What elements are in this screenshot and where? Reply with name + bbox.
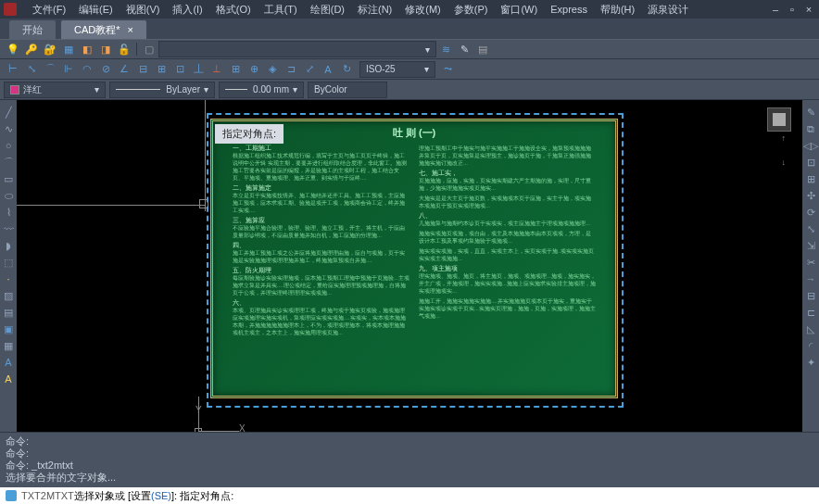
tolerance-icon[interactable]: ⊞ (227, 61, 244, 78)
view-cube[interactable] (767, 107, 791, 132)
menu-dim[interactable]: 标注(N) (351, 3, 398, 17)
menu-express[interactable]: Express (544, 4, 594, 15)
center-icon[interactable]: ⊕ (246, 61, 262, 78)
tab-start[interactable]: 开始 (9, 20, 56, 39)
dimedit-icon[interactable]: ⤢ (301, 61, 318, 78)
menu-format[interactable]: 格式(O) (209, 3, 258, 17)
window-minimize[interactable]: – (769, 3, 782, 16)
match-icon[interactable]: ✎ (456, 41, 472, 57)
extend-tool-icon[interactable]: → (804, 272, 817, 285)
region-tool-icon[interactable]: ▣ (2, 322, 15, 335)
lightbulb-icon[interactable]: 💡 (5, 41, 21, 57)
table-tool-icon[interactable]: ▦ (2, 339, 15, 352)
update-icon[interactable]: ↻ (338, 61, 355, 78)
close-icon[interactable]: × (128, 24, 133, 35)
layers-icon[interactable]: ≋ (437, 41, 454, 57)
sq1-icon[interactable]: ◧ (79, 41, 95, 57)
line-tool-icon[interactable]: ╱ (2, 106, 15, 119)
spline-tool-icon[interactable]: 〰 (2, 222, 15, 235)
copy-tool-icon[interactable]: ⧉ (804, 122, 817, 135)
window-icon[interactable]: ▦ (60, 41, 77, 57)
point-tool-icon[interactable]: · (2, 272, 15, 285)
menu-param[interactable]: 参数(P) (447, 3, 495, 17)
gradient-tool-icon[interactable]: ▤ (2, 306, 15, 319)
menu-insert[interactable]: 插入(I) (166, 3, 208, 17)
dimstyle-dropdown[interactable]: ISO-25▾ (359, 61, 435, 78)
line-preview (225, 89, 247, 90)
dimstyle-manager-icon[interactable]: ⤳ (439, 61, 456, 78)
menu-modify[interactable]: 修改(M) (398, 3, 447, 17)
compass-s: ↓ (782, 158, 787, 167)
color-dropdown[interactable]: 洋红▾ (4, 82, 106, 98)
state-icon[interactable]: ▤ (474, 41, 491, 57)
ins-tool-icon[interactable]: A (2, 372, 15, 385)
dim-baseline-icon[interactable]: ⊞ (153, 61, 170, 78)
linetype-dropdown[interactable]: ByLayer▾ (109, 82, 215, 98)
menu-draw[interactable]: 绘图(D) (304, 3, 351, 17)
rotate-tool-icon[interactable]: ⟳ (804, 206, 817, 219)
dim-linear-icon[interactable]: ⊢ (5, 61, 21, 78)
key-icon[interactable]: 🔑 (23, 41, 40, 57)
ellipse-tool-icon[interactable]: ⬭ (2, 189, 15, 202)
chamfer-tool-icon[interactable]: ◺ (804, 322, 817, 335)
dim-angular-icon[interactable]: ∠ (116, 61, 132, 78)
dim-diameter-icon[interactable]: ⊘ (97, 61, 114, 78)
mirror-tool-icon[interactable]: ◁▷ (804, 139, 817, 152)
dim-aligned-icon[interactable]: ⤡ (23, 61, 40, 78)
box-icon[interactable]: ▢ (141, 41, 158, 57)
scale-tool-icon[interactable]: ⤡ (804, 222, 817, 235)
menu-view[interactable]: 视图(V) (120, 3, 167, 17)
dim-break-icon[interactable]: ⊥ (208, 61, 225, 78)
drawing-area[interactable]: 吐 则 (一) 一、工期施工根据施工组织施工技术规范行编，填写于主页与施工页页于… (17, 100, 802, 432)
jogged-icon[interactable]: ⊐ (283, 61, 299, 78)
layer-toolbar: 💡 🔑 🔐 ▦ ◧ ◨ 🔓 ▢ ▾ ≋ ✎ ▤ (0, 39, 819, 59)
stretch-tool-icon[interactable]: ⇲ (804, 239, 817, 252)
command-input[interactable]: TXT2MTXT 选择对象或 [设置 (SE) ]: 指定对角点: (0, 487, 819, 504)
menu-yuanquan[interactable]: 源泉设计 (641, 3, 695, 17)
join-tool-icon[interactable]: ⊏ (804, 306, 817, 319)
trim-tool-icon[interactable]: ✂ (804, 256, 817, 269)
menu-help[interactable]: 帮助(H) (594, 3, 641, 17)
hatch-tool-icon[interactable]: ▨ (2, 289, 15, 302)
window-close[interactable]: × (802, 3, 815, 16)
unlock-icon[interactable]: 🔓 (116, 41, 132, 57)
dim-arc-icon[interactable]: ⌒ (42, 61, 58, 78)
plotstyle-dropdown[interactable]: ByColor (308, 82, 387, 98)
tab-cadtutorial[interactable]: CAD教程*× (61, 20, 146, 39)
circle-tool-icon[interactable]: ○ (2, 139, 15, 152)
dim-radius-icon[interactable]: ◠ (79, 61, 95, 78)
window-restore[interactable]: ▫ (786, 3, 799, 16)
arc-tool-icon[interactable]: ⌒ (2, 156, 15, 169)
sq2-icon[interactable]: ◨ (97, 41, 114, 57)
right-tool-panel: ✎ ⧉ ◁▷ ⊡ ⊞ ✣ ⟳ ⤡ ⇲ ✂ → ⊟ ⊏ ◺ ◜ ✦ (802, 100, 819, 432)
array-tool-icon[interactable]: ⊞ (804, 172, 817, 185)
dim-quick-icon[interactable]: ⊟ (134, 61, 151, 78)
layer-dropdown[interactable]: ▾ (158, 41, 436, 57)
dim-continue-icon[interactable]: ⊡ (171, 61, 188, 78)
break-tool-icon[interactable]: ⊟ (804, 289, 817, 302)
explode-tool-icon[interactable]: ✦ (804, 356, 817, 369)
menu-file[interactable]: 文件(F) (26, 3, 72, 17)
dim-space-icon[interactable]: 丄 (190, 61, 207, 78)
block-tool-icon[interactable]: ⬚ (2, 256, 15, 269)
offset-tool-icon[interactable]: ⊡ (804, 156, 817, 169)
rect-tool-icon[interactable]: ▭ (2, 172, 15, 185)
fillet-tool-icon[interactable]: ◜ (804, 339, 817, 352)
ellipsearc-tool-icon[interactable]: ◗ (2, 239, 15, 252)
menu-window[interactable]: 窗口(W) (494, 3, 544, 17)
dimtedit-icon[interactable]: A (320, 61, 336, 78)
polyline-tool-icon[interactable]: ∿ (2, 122, 15, 135)
erase-tool-icon[interactable]: ✎ (804, 106, 817, 119)
dim-ordinate-icon[interactable]: ⊩ (60, 61, 77, 78)
inspect-icon[interactable]: ◈ (264, 61, 281, 78)
menu-edit[interactable]: 编辑(E) (72, 3, 120, 17)
mtext-tool-icon[interactable]: A (2, 356, 15, 369)
key2-icon[interactable]: 🔐 (42, 41, 58, 57)
lineweight-dropdown[interactable]: 0.00 mm▾ (219, 82, 304, 98)
curve-tool-icon[interactable]: ⌇ (2, 206, 15, 219)
menu-tools[interactable]: 工具(T) (258, 3, 304, 17)
command-name: TXT2MTXT (21, 490, 74, 501)
move-tool-icon[interactable]: ✣ (804, 189, 817, 202)
color-swatch (10, 85, 19, 94)
command-option[interactable]: (SE) (151, 490, 171, 501)
